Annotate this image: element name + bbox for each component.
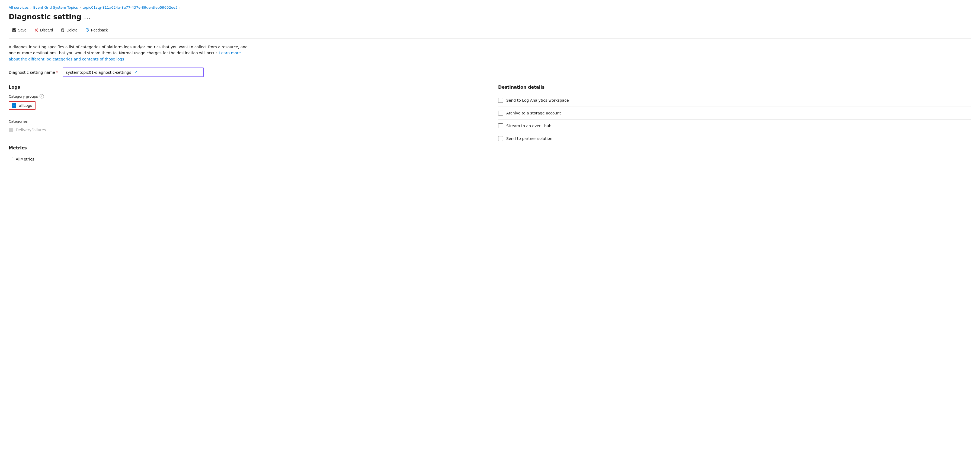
breadcrumb-sep-3: › — [179, 6, 181, 10]
all-metrics-label: AllMetrics — [16, 157, 34, 161]
discard-button[interactable]: Discard — [31, 26, 56, 34]
metrics-title: Metrics — [9, 145, 482, 151]
dest-checkbox-3[interactable] — [498, 136, 503, 141]
page-title-ellipsis: ... — [84, 14, 91, 20]
feedback-label: Feedback — [91, 28, 108, 32]
destination-title: Destination details — [498, 84, 971, 90]
delete-label: Delete — [67, 28, 77, 32]
dest-row-3: Send to partner solution — [498, 132, 971, 145]
svg-rect-6 — [61, 29, 64, 30]
category-groups-info-icon[interactable]: i — [40, 94, 44, 99]
category-groups-heading: Category groups i — [9, 94, 482, 99]
feedback-button[interactable]: Feedback — [82, 26, 111, 34]
discard-icon — [34, 28, 38, 32]
setting-name-label: Diagnostic setting name * — [9, 70, 58, 75]
page-title-container: Diagnostic setting ... — [9, 13, 971, 21]
delivery-failures-checkbox[interactable] — [9, 128, 13, 132]
setting-name-row: Diagnostic setting name * systemtopic01-… — [9, 67, 971, 77]
breadcrumb-event-grid[interactable]: Event Grid System Topics — [33, 5, 78, 10]
breadcrumb-sep-1: › — [30, 6, 32, 10]
all-metrics-checkbox[interactable] — [9, 157, 13, 161]
dest-checkbox-2[interactable] — [498, 123, 503, 128]
dest-row-2: Stream to an event hub — [498, 119, 971, 132]
svg-point-10 — [87, 32, 88, 32]
right-column: Destination details Send to Log Analytic… — [498, 84, 971, 164]
dest-label-1: Archive to a storage account — [506, 111, 561, 115]
svg-rect-5 — [62, 29, 64, 29]
all-logs-label: allLogs — [19, 103, 32, 108]
description-block: A diagnostic setting specifies a list of… — [9, 44, 253, 62]
delete-button[interactable]: Delete — [57, 26, 81, 34]
delete-icon — [60, 28, 65, 32]
save-icon — [12, 28, 16, 32]
all-metrics-row: AllMetrics — [9, 155, 482, 164]
dest-label-3: Send to partner solution — [506, 136, 552, 141]
save-button[interactable]: Save — [9, 26, 30, 34]
required-indicator: * — [56, 70, 58, 75]
setting-name-input-container[interactable]: systemtopic01-diagnostic-settings ✓ — [63, 67, 204, 77]
left-column: Logs Category groups i allLogs Categorie… — [9, 84, 482, 164]
setting-name-value: systemtopic01-diagnostic-settings — [66, 70, 132, 75]
logs-section: Logs Category groups i allLogs Categorie… — [9, 84, 482, 134]
validation-check-icon: ✓ — [134, 70, 200, 75]
delivery-failures-row: DeliveryFailures — [9, 126, 482, 134]
page-title: Diagnostic setting — [9, 13, 81, 21]
breadcrumb-all-services[interactable]: All services — [9, 5, 29, 10]
all-logs-checkbox[interactable] — [12, 103, 16, 108]
toolbar: Save Discard Delete — [9, 26, 971, 38]
breadcrumb-topic[interactable]: topic01stg-811a624a-8a77-437e-89de-dfeb5… — [83, 5, 178, 10]
breadcrumb: All services › Event Grid System Topics … — [9, 5, 971, 10]
save-label: Save — [18, 28, 27, 32]
dest-row-1: Archive to a storage account — [498, 107, 971, 119]
delivery-failures-label: DeliveryFailures — [16, 128, 46, 132]
svg-rect-1 — [13, 29, 15, 30]
categories-section: Categories DeliveryFailures — [9, 119, 482, 134]
svg-rect-2 — [13, 30, 16, 32]
all-logs-row-highlighted: allLogs — [9, 101, 35, 110]
discard-label: Discard — [40, 28, 53, 32]
dest-checkbox-0[interactable] — [498, 98, 503, 103]
metrics-section: Metrics AllMetrics — [9, 141, 482, 164]
dest-checkbox-1[interactable] — [498, 111, 503, 116]
dest-label-0: Send to Log Analytics workspace — [506, 98, 569, 102]
categories-title: Categories — [9, 119, 482, 123]
dest-label-2: Stream to an event hub — [506, 124, 551, 128]
logs-title: Logs — [9, 84, 482, 90]
breadcrumb-sep-2: › — [80, 6, 81, 10]
dest-row-0: Send to Log Analytics workspace — [498, 94, 971, 107]
description-text: A diagnostic setting specifies a list of… — [9, 45, 248, 55]
main-layout: Logs Category groups i allLogs Categorie… — [9, 84, 971, 164]
feedback-icon — [85, 28, 89, 32]
